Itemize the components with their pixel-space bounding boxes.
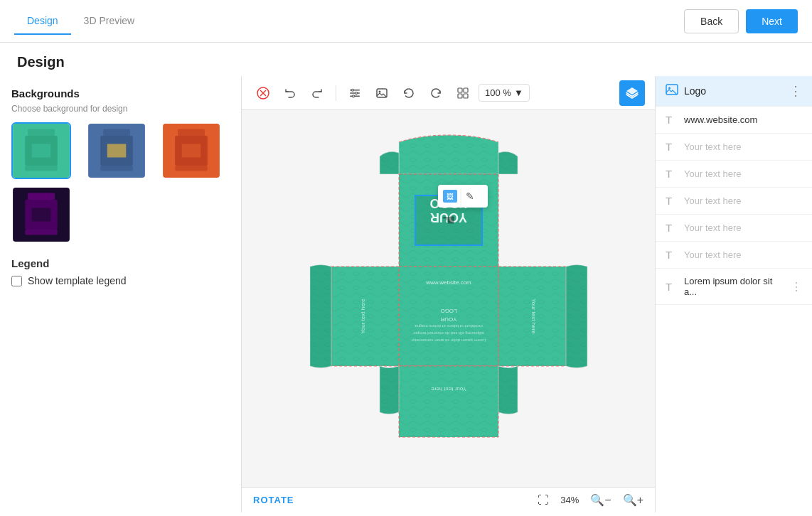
panel-item-menu-button-6[interactable]: ⋮ [791, 280, 802, 294]
canvas-content[interactable]: YOUR LOGO ☚ 🖼 ✎ Your text here Your text… [242, 110, 655, 487]
svg-point-27 [356, 92, 358, 94]
svg-rect-16 [28, 193, 55, 200]
header-actions: Back Next [684, 9, 798, 33]
svg-point-30 [379, 90, 381, 92]
undo-button[interactable] [279, 82, 301, 104]
legend-check-label[interactable]: Show template legend [11, 275, 230, 286]
panel-item-text-label-6: Lorem ipsum dolor sit a... [684, 276, 785, 297]
canvas-footer: ROTATE ⛶ 34% 🔍− 🔍+ [242, 487, 655, 512]
svg-text:☚: ☚ [442, 211, 456, 229]
rotate-button[interactable]: ROTATE [253, 495, 294, 505]
panel-item-text-5: T Your text here [656, 242, 812, 269]
close-icon-btn[interactable] [252, 82, 274, 104]
panel-item-website: T www.website.com [656, 107, 812, 134]
svg-text:Your text here: Your text here [430, 386, 466, 392]
rotate-cw-button[interactable] [424, 82, 447, 104]
bg-item-orange[interactable] [161, 122, 221, 179]
panel-item-text-label-3: Your text here [684, 195, 802, 206]
page-title: Design [0, 43, 812, 76]
chevron-down-icon: ▼ [514, 87, 523, 98]
svg-text:incididunt ut labore et dolore: incididunt ut labore et dolore magna [414, 324, 482, 328]
svg-rect-11 [178, 129, 205, 136]
svg-rect-4 [25, 166, 58, 171]
svg-rect-19 [25, 230, 58, 235]
svg-rect-9 [100, 166, 133, 171]
svg-rect-33 [458, 94, 462, 98]
legend-section: Legend Show template legend [11, 257, 230, 286]
svg-rect-31 [458, 88, 462, 92]
panel-header-menu-button[interactable]: ⋮ [789, 83, 802, 99]
zoom-out-button[interactable]: 🔍− [590, 493, 611, 507]
canvas-area: 100 % ▼ [242, 76, 656, 512]
zoom-in-button[interactable]: 🔍+ [623, 493, 643, 507]
panel-header: Logo ⋮ [656, 76, 812, 107]
settings-button[interactable] [343, 82, 366, 104]
svg-text:Your text here: Your text here [530, 299, 537, 334]
zoom-value: 100 % [485, 87, 511, 98]
panel-item-text-label-1: Your text here [684, 141, 802, 152]
panel-item-text-label-4: Your text here [684, 222, 802, 233]
backgrounds-grid [11, 122, 230, 243]
panel-item-text-icon-2: T [666, 168, 678, 180]
panel-header-image-icon [666, 83, 678, 99]
legend-label-text: Show template legend [28, 275, 127, 286]
panel-item-text-icon-3: T [666, 195, 678, 207]
bg-item-dark[interactable] [11, 186, 71, 243]
main-layout: Backgrounds Choose background for design [0, 76, 812, 512]
expand-icon[interactable]: ⛶ [538, 494, 549, 507]
svg-text:LOGO: LOGO [440, 308, 456, 314]
svg-rect-1 [28, 129, 55, 136]
svg-point-62 [668, 87, 671, 90]
panel-item-text-3: T Your text here [656, 188, 812, 215]
sidebar: Backgrounds Choose background for design [0, 76, 242, 512]
panel-item-text-icon-0: T [666, 114, 678, 126]
backgrounds-subtitle: Choose background for design [11, 104, 230, 114]
panel-item-text-4: T Your text here [656, 215, 812, 242]
panel-item-text-icon-6: T [666, 281, 678, 293]
bg-item-blue[interactable] [87, 122, 146, 179]
panel-header-title: Logo [684, 85, 789, 97]
layers-button[interactable] [619, 80, 645, 106]
header: Design 3D Preview Back Next [0, 0, 812, 43]
panel-item-text-label-2: Your text here [684, 168, 802, 179]
svg-rect-59 [399, 366, 498, 437]
zoom-select[interactable]: 100 % ▼ [479, 84, 530, 102]
grid-button[interactable] [452, 82, 474, 104]
back-button[interactable]: Back [684, 9, 739, 33]
svg-text:Lorem ipsum dolor sit amet con: Lorem ipsum dolor sit amet consectetur [411, 338, 486, 343]
svg-rect-34 [464, 94, 468, 98]
right-panel: Logo ⋮ T www.website.com T Your text her… [656, 76, 812, 512]
panel-item-text-icon-4: T [666, 222, 678, 234]
panel-item-text-icon-1: T [666, 141, 678, 153]
bg-item-teal[interactable] [11, 122, 71, 179]
svg-rect-18 [32, 208, 51, 222]
rotate-ccw-button[interactable] [397, 82, 420, 104]
panel-item-lorem: T Lorem ipsum dolor sit a... ⋮ [656, 269, 812, 305]
zoom-percent: 34% [560, 495, 579, 505]
redo-button[interactable] [306, 82, 328, 104]
panel-item-text-label-5: Your text here [684, 249, 802, 260]
svg-rect-8 [107, 144, 126, 158]
legend-checkbox[interactable] [11, 276, 22, 286]
svg-rect-32 [464, 88, 468, 92]
svg-text:www.website.com: www.website.com [425, 279, 471, 286]
svg-rect-13 [182, 144, 201, 158]
panel-item-text-icon-5: T [666, 249, 678, 261]
svg-text:YOUR: YOUR [440, 316, 456, 323]
toolbar-sep-1 [336, 85, 336, 101]
next-button[interactable]: Next [746, 9, 798, 33]
svg-text:✎: ✎ [466, 190, 474, 202]
svg-text:adipiscing elit sed do eiusmod: adipiscing elit sed do eiusmod tempor [412, 331, 484, 335]
svg-point-28 [353, 95, 355, 97]
svg-point-26 [352, 89, 354, 91]
svg-rect-6 [103, 129, 130, 136]
tab-3d-preview[interactable]: 3D Preview [71, 8, 148, 35]
image-button[interactable] [370, 82, 393, 104]
svg-text:Your text here: Your text here [360, 299, 366, 334]
box-template-svg: YOUR LOGO ☚ 🖼 ✎ Your text here Your text… [296, 131, 602, 466]
tab-design[interactable]: Design [14, 8, 71, 35]
tab-bar: Design 3D Preview [14, 8, 147, 35]
svg-rect-14 [176, 166, 208, 171]
svg-text:🖼: 🖼 [447, 193, 454, 200]
backgrounds-title: Backgrounds [11, 87, 230, 100]
